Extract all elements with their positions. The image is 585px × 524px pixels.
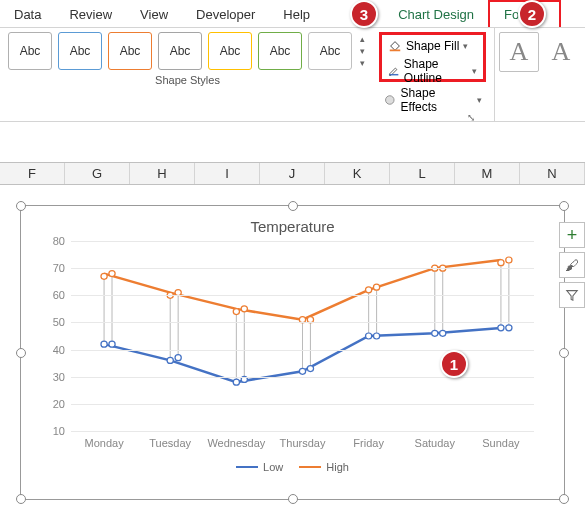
tab-chart-design[interactable]: Chart Design bbox=[384, 2, 488, 27]
svg-rect-1 bbox=[389, 74, 398, 75]
chart-side-buttons: + 🖌 bbox=[559, 222, 585, 308]
y-tick-label: 70 bbox=[53, 262, 65, 274]
plus-icon: + bbox=[567, 225, 578, 246]
x-tick-label: Sunday bbox=[468, 437, 534, 449]
column-header[interactable]: M bbox=[455, 163, 520, 184]
resize-handle[interactable] bbox=[288, 494, 298, 504]
resize-handle[interactable] bbox=[559, 494, 569, 504]
svg-point-26 bbox=[233, 309, 239, 315]
gallery-expand-icon[interactable]: ▾ bbox=[360, 58, 365, 68]
column-header[interactable]: K bbox=[325, 163, 390, 184]
tab-data[interactable]: Data bbox=[0, 2, 55, 27]
x-tick-label: Tuesday bbox=[137, 437, 203, 449]
y-tick-label: 50 bbox=[53, 316, 65, 328]
x-tick-label: Friday bbox=[336, 437, 402, 449]
svg-point-17 bbox=[101, 341, 107, 347]
svg-point-19 bbox=[109, 341, 115, 347]
column-header[interactable]: G bbox=[65, 163, 130, 184]
legend-item[interactable]: High bbox=[299, 461, 349, 473]
brush-icon: 🖌 bbox=[565, 257, 579, 273]
y-tick-label: 20 bbox=[53, 398, 65, 410]
chart-object[interactable]: Temperature 1020304050607080 MondayTuesd… bbox=[20, 205, 565, 500]
svg-point-41 bbox=[498, 325, 504, 331]
pen-outline-icon bbox=[388, 64, 400, 78]
chart-legend[interactable]: LowHigh bbox=[21, 461, 564, 473]
column-header[interactable]: N bbox=[520, 163, 585, 184]
svg-point-28 bbox=[241, 306, 247, 312]
shape-style-preset[interactable]: Abc bbox=[258, 32, 302, 70]
svg-point-42 bbox=[498, 260, 504, 266]
chart-elements-button[interactable]: + bbox=[559, 222, 585, 248]
tab-view[interactable]: View bbox=[126, 2, 182, 27]
svg-point-33 bbox=[366, 333, 372, 339]
annotation-callout-1: 1 bbox=[440, 350, 468, 378]
shape-style-preset[interactable]: Abc bbox=[8, 32, 52, 70]
column-headers: FGHIJKLMN bbox=[0, 162, 585, 185]
column-header[interactable]: J bbox=[260, 163, 325, 184]
svg-point-21 bbox=[167, 357, 173, 363]
y-tick-label: 10 bbox=[53, 425, 65, 437]
dialog-launcher-icon[interactable]: ⤡ bbox=[467, 112, 475, 123]
chart-styles-button[interactable]: 🖌 bbox=[559, 252, 585, 278]
plot-area[interactable]: 1020304050607080 bbox=[71, 241, 534, 431]
svg-point-35 bbox=[373, 333, 379, 339]
tab-developer[interactable]: Developer bbox=[182, 2, 269, 27]
effects-icon bbox=[383, 93, 397, 107]
chevron-down-icon: ▾ bbox=[472, 66, 477, 76]
svg-point-43 bbox=[506, 325, 512, 331]
resize-handle[interactable] bbox=[559, 201, 569, 211]
svg-point-20 bbox=[109, 271, 115, 277]
column-header[interactable]: I bbox=[195, 163, 260, 184]
svg-point-39 bbox=[440, 330, 446, 336]
svg-point-29 bbox=[299, 368, 305, 374]
scroll-down-icon[interactable]: ▾ bbox=[360, 46, 365, 56]
svg-point-44 bbox=[506, 257, 512, 263]
paint-bucket-icon bbox=[388, 39, 402, 53]
chevron-down-icon: ▾ bbox=[477, 95, 482, 105]
y-tick-label: 60 bbox=[53, 289, 65, 301]
wordart-preset[interactable]: A bbox=[541, 32, 581, 72]
svg-point-31 bbox=[307, 366, 313, 372]
chart-filters-button[interactable] bbox=[559, 282, 585, 308]
x-tick-label: Thursday bbox=[269, 437, 335, 449]
svg-point-34 bbox=[366, 287, 372, 293]
y-tick-label: 80 bbox=[53, 235, 65, 247]
column-header[interactable]: F bbox=[0, 163, 65, 184]
wordart-preset[interactable]: A bbox=[499, 32, 539, 72]
svg-point-37 bbox=[432, 330, 438, 336]
shape-fill-button[interactable]: Shape Fill▾ bbox=[386, 37, 479, 55]
shape-style-preset[interactable]: Abc bbox=[58, 32, 102, 70]
annotation-callout-2: 2 bbox=[518, 0, 546, 28]
svg-point-2 bbox=[386, 96, 395, 105]
resize-handle[interactable] bbox=[16, 348, 26, 358]
scroll-up-icon[interactable]: ▴ bbox=[360, 34, 365, 44]
shape-fill-outline-group: Shape Fill▾ Shape Outline▾ bbox=[379, 32, 486, 82]
resize-handle[interactable] bbox=[16, 201, 26, 211]
svg-point-18 bbox=[101, 273, 107, 279]
svg-point-36 bbox=[373, 284, 379, 290]
x-tick-label: Monday bbox=[71, 437, 137, 449]
legend-item[interactable]: Low bbox=[236, 461, 283, 473]
chevron-down-icon: ▾ bbox=[463, 41, 468, 51]
shape-style-preset[interactable]: Abc bbox=[208, 32, 252, 70]
resize-handle[interactable] bbox=[288, 201, 298, 211]
shape-style-preset[interactable]: Abc bbox=[158, 32, 202, 70]
worksheet: FGHIJKLMN Temperature 1020304050607080 M… bbox=[0, 162, 585, 500]
tab-review[interactable]: Review bbox=[55, 2, 126, 27]
y-tick-label: 40 bbox=[53, 344, 65, 356]
resize-handle[interactable] bbox=[16, 494, 26, 504]
ribbon: Abc Abc Abc Abc Abc Abc Abc ▴ ▾ ▾ Shape … bbox=[0, 28, 585, 122]
x-tick-label: Satuday bbox=[402, 437, 468, 449]
shape-style-preset[interactable]: Abc bbox=[308, 32, 352, 70]
shape-styles-group: Abc Abc Abc Abc Abc Abc Abc ▴ ▾ ▾ Shape … bbox=[0, 28, 375, 121]
chart-title[interactable]: Temperature bbox=[21, 206, 564, 241]
tab-help[interactable]: Help bbox=[269, 2, 324, 27]
column-header[interactable]: H bbox=[130, 163, 195, 184]
resize-handle[interactable] bbox=[559, 348, 569, 358]
y-tick-label: 30 bbox=[53, 371, 65, 383]
column-header[interactable]: L bbox=[390, 163, 455, 184]
shape-style-preset[interactable]: Abc bbox=[108, 32, 152, 70]
shape-outline-button[interactable]: Shape Outline▾ bbox=[386, 55, 479, 87]
svg-point-25 bbox=[233, 379, 239, 385]
annotation-callout-3: 3 bbox=[350, 0, 378, 28]
